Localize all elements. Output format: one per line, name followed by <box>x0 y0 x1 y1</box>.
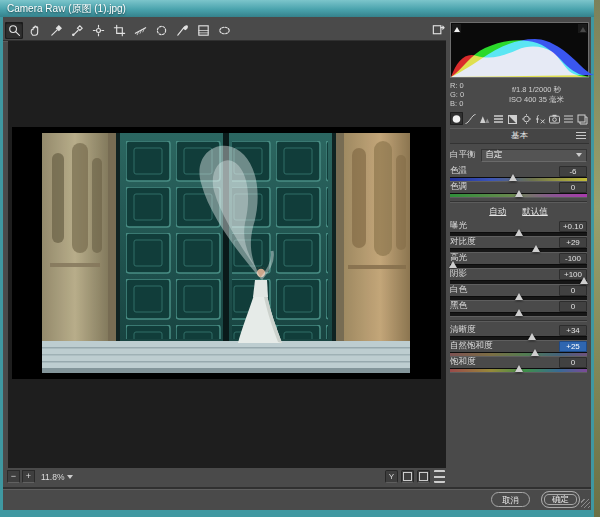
temperature-track[interactable] <box>450 177 587 182</box>
tab-basic[interactable] <box>450 112 463 125</box>
image-info: R: 0 G: 0 B: 0 f/1.8 1/2000 秒 ISO 400 35… <box>450 81 589 108</box>
slider-thumb[interactable] <box>531 349 539 356</box>
color-sampler-tool-button[interactable] <box>68 22 86 39</box>
preview-menu-button[interactable] <box>433 470 446 483</box>
exposure-value[interactable]: +0.10 <box>559 221 587 232</box>
transform-tool-button[interactable] <box>110 22 128 39</box>
window-title: Camera Raw (原图 (1).jpg) <box>7 2 126 16</box>
slider-thumb[interactable] <box>515 190 523 197</box>
white-balance-select[interactable]: 自定 <box>481 149 588 162</box>
slider-clarity: 清晰度+34 <box>450 325 587 341</box>
dialog-footer: 取消 确定 <box>3 489 591 510</box>
slider-thumb[interactable] <box>515 229 523 236</box>
auto-link[interactable]: 自动 <box>489 206 506 218</box>
preview-background <box>8 41 446 468</box>
divider <box>450 320 587 321</box>
saturation-value[interactable]: 0 <box>559 357 587 368</box>
swap-settings-button[interactable] <box>417 470 430 483</box>
slider-blacks: 黑色0 <box>450 301 587 317</box>
clarity-value[interactable]: +34 <box>559 325 587 336</box>
tab-effects[interactable] <box>534 112 547 125</box>
before-after-view-button[interactable]: Y <box>385 470 398 483</box>
shadows-track[interactable] <box>450 280 587 285</box>
tab-detail[interactable] <box>478 112 491 125</box>
slider-thumb[interactable] <box>532 245 540 252</box>
copy-settings-button[interactable] <box>401 470 414 483</box>
radial-filter-tool-button[interactable] <box>215 22 233 39</box>
tab-snapshots[interactable] <box>576 112 589 125</box>
chevron-down-icon <box>67 475 73 479</box>
clarity-track[interactable] <box>450 336 587 341</box>
blacks-value[interactable]: 0 <box>559 301 587 312</box>
slider-thumb[interactable] <box>509 174 517 181</box>
default-link[interactable]: 默认值 <box>522 206 548 218</box>
slider-thumb[interactable] <box>515 293 523 300</box>
image-canvas[interactable] <box>12 127 441 379</box>
tab-lens-corrections[interactable] <box>520 112 533 125</box>
spot-removal-tool-button[interactable] <box>152 22 170 39</box>
white-balance-value: 自定 <box>486 149 503 161</box>
zoom-level-value: 11.8% <box>41 472 64 482</box>
tint-track[interactable] <box>450 193 587 198</box>
crop-icon <box>112 23 127 38</box>
slider-thumb[interactable] <box>580 277 588 284</box>
magnifier-icon <box>7 23 22 38</box>
tab-presets[interactable] <box>562 112 575 125</box>
zoom-tool-button[interactable] <box>5 22 23 39</box>
preferences-button[interactable] <box>429 21 447 38</box>
slider-thumb[interactable] <box>515 309 523 316</box>
tab-hsl-grayscale[interactable] <box>492 112 505 125</box>
slider-thumb[interactable] <box>449 261 457 268</box>
slider-vibrance: 自然饱和度+25 <box>450 341 587 357</box>
window-titlebar[interactable]: Camera Raw (原图 (1).jpg) <box>0 0 594 17</box>
highlights-track[interactable] <box>450 264 587 269</box>
highlight-clipping-button[interactable] <box>578 24 587 33</box>
resize-grip[interactable] <box>581 499 590 508</box>
vibrance-track[interactable] <box>450 352 587 357</box>
slider-highlights: 高光-100 <box>450 253 587 269</box>
highlights-value[interactable]: -100 <box>559 253 587 264</box>
square-icon <box>403 472 412 481</box>
zoom-out-button[interactable]: − <box>7 470 20 483</box>
color-bars-icon <box>492 113 505 125</box>
blacks-track[interactable] <box>450 312 587 317</box>
targeted-adjustment-tool-button[interactable] <box>89 22 107 39</box>
histogram <box>450 22 589 78</box>
contrast-track[interactable] <box>450 248 587 253</box>
zoom-in-button[interactable]: + <box>22 470 35 483</box>
exposure-track[interactable] <box>450 232 587 237</box>
shadow-clipping-button[interactable] <box>452 24 461 33</box>
slider-shadows: 阴影+100 <box>450 269 587 285</box>
ok-button[interactable]: 确定 <box>541 491 580 508</box>
eyedropper-icon <box>49 23 64 38</box>
contrast-value[interactable]: +29 <box>559 237 587 248</box>
graduated-filter-tool-button[interactable] <box>194 22 212 39</box>
adjustment-brush-tool-button[interactable] <box>173 22 191 39</box>
hand-tool-button[interactable] <box>26 22 44 39</box>
panel-menu-icon[interactable] <box>576 132 586 140</box>
whites-value[interactable]: 0 <box>559 285 587 296</box>
cancel-button[interactable]: 取消 <box>491 492 530 507</box>
tint-value[interactable]: 0 <box>559 182 587 193</box>
white-balance-label: 白平衡 <box>450 149 476 161</box>
zoom-level-select[interactable]: 11.8% <box>41 472 73 482</box>
slider-exposure: 曝光+0.10 <box>450 221 587 237</box>
zoom-controls: − + 11.8% <box>7 470 73 483</box>
sharpen-icon <box>478 113 491 125</box>
chevron-down-icon <box>576 153 582 157</box>
temperature-value[interactable]: -6 <box>559 166 587 177</box>
slider-saturation: 饱和度0 <box>450 357 587 373</box>
straighten-tool-button[interactable] <box>131 22 149 39</box>
white-balance-tool-button[interactable] <box>47 22 65 39</box>
slider-thumb[interactable] <box>528 333 536 340</box>
tab-camera-calibration[interactable] <box>548 112 561 125</box>
saturation-track[interactable] <box>450 368 587 373</box>
tab-split-toning[interactable] <box>506 112 519 125</box>
tab-tone-curve[interactable] <box>464 112 477 125</box>
highlight-clipping-icon <box>580 27 586 32</box>
vibrance-value[interactable]: +25 <box>559 341 587 352</box>
list-icon <box>562 113 575 125</box>
snapshot-icon <box>576 113 589 125</box>
whites-track[interactable] <box>450 296 587 301</box>
slider-thumb[interactable] <box>515 365 523 372</box>
